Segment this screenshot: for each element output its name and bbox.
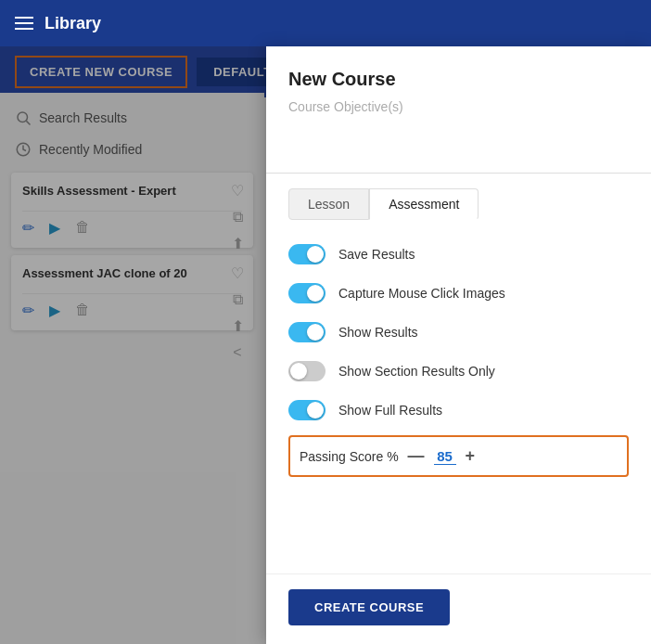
show-results-knob bbox=[307, 324, 324, 341]
modal-title: New Course bbox=[266, 46, 651, 99]
save-results-label: Save Results bbox=[338, 247, 415, 262]
create-course-button[interactable]: CREATE COURSE bbox=[288, 589, 450, 625]
passing-score-label: Passing Score % bbox=[300, 449, 399, 464]
passing-score-plus[interactable]: + bbox=[466, 446, 476, 466]
modal-tabs: Lesson Assessment bbox=[266, 174, 651, 220]
save-results-row: Save Results bbox=[288, 235, 629, 274]
hamburger-icon[interactable] bbox=[15, 17, 33, 30]
capture-mouse-row: Capture Mouse Click Images bbox=[288, 274, 629, 313]
header: Library bbox=[0, 0, 651, 46]
modal-content: Save Results Capture Mouse Click Images … bbox=[266, 220, 651, 573]
new-course-modal: New Course Course Objective(s) Lesson As… bbox=[266, 46, 651, 644]
passing-score-value[interactable]: 85 bbox=[434, 448, 456, 465]
tab-assessment[interactable]: Assessment bbox=[369, 188, 479, 220]
show-section-toggle[interactable] bbox=[288, 361, 326, 381]
show-full-toggle[interactable] bbox=[288, 400, 326, 420]
course-objective-placeholder: Course Objective(s) bbox=[288, 99, 403, 114]
course-objective-input[interactable]: Course Objective(s) bbox=[266, 99, 651, 174]
show-section-knob bbox=[290, 363, 307, 380]
save-results-knob bbox=[307, 246, 324, 263]
show-results-toggle[interactable] bbox=[288, 322, 326, 342]
tab-lesson[interactable]: Lesson bbox=[288, 188, 369, 220]
capture-mouse-label: Capture Mouse Click Images bbox=[338, 286, 505, 301]
passing-score-row: Passing Score % — 85 + bbox=[288, 435, 629, 477]
show-full-knob bbox=[307, 402, 324, 419]
capture-mouse-toggle[interactable] bbox=[288, 283, 326, 303]
show-section-label: Show Section Results Only bbox=[338, 364, 495, 379]
show-results-row: Show Results bbox=[288, 313, 629, 352]
capture-mouse-knob bbox=[307, 285, 324, 302]
passing-score-minus[interactable]: — bbox=[408, 446, 425, 466]
show-full-label: Show Full Results bbox=[338, 403, 442, 418]
save-results-toggle[interactable] bbox=[288, 244, 326, 264]
header-title: Library bbox=[45, 14, 101, 33]
show-section-row: Show Section Results Only bbox=[288, 352, 629, 391]
show-results-label: Show Results bbox=[338, 325, 418, 340]
modal-footer: CREATE COURSE bbox=[266, 573, 651, 644]
show-full-row: Show Full Results bbox=[288, 391, 629, 430]
